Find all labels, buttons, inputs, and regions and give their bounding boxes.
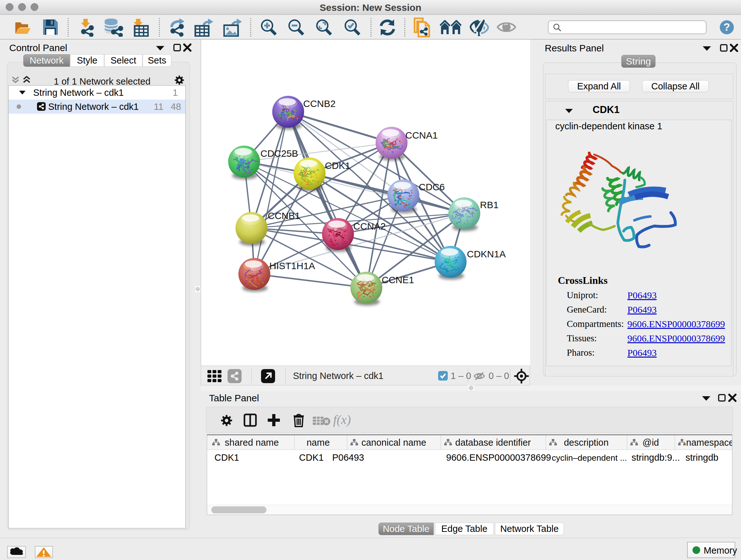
svg-text:CDK1: CDK1 — [325, 160, 350, 171]
svg-text:CCNA1: CCNA1 — [405, 130, 438, 140]
svg-text:?: ? — [724, 21, 730, 33]
svg-text:CDC25B: CDC25B — [260, 148, 298, 159]
svg-text:CDC6: CDC6 — [419, 182, 445, 192]
svg-text:CCNE1: CCNE1 — [382, 274, 414, 285]
svg-text:HIST1H1A: HIST1H1A — [269, 260, 315, 271]
svg-text:RB1: RB1 — [480, 199, 498, 210]
svg-text:CCNB1: CCNB1 — [268, 210, 300, 221]
svg-text:CCNA2: CCNA2 — [353, 221, 386, 232]
svg-text:CDKN1A: CDKN1A — [467, 249, 506, 259]
svg-text:CCNB2: CCNB2 — [303, 98, 336, 109]
